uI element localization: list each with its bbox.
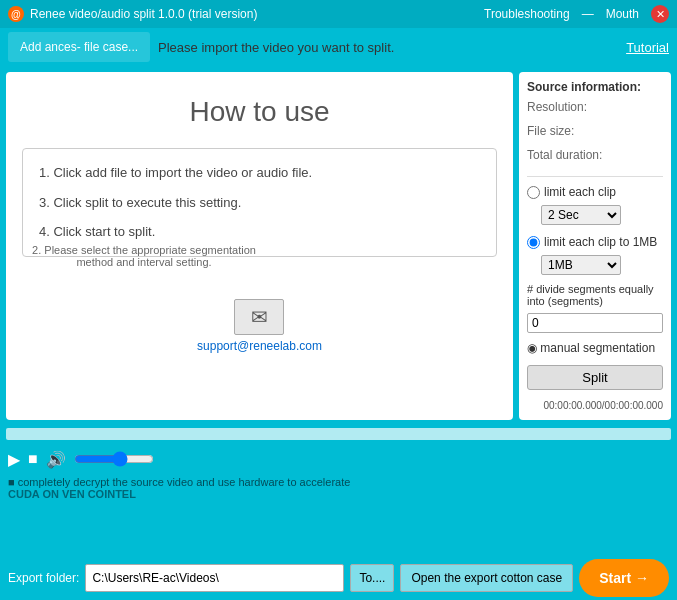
controls-area: ▶ ■ 🔊 (0, 444, 677, 474)
right-panel: Source information: Resolution: File siz… (519, 72, 671, 420)
main-area: How to use 1. Click add file to import t… (0, 66, 677, 426)
import-message: Please import the video you want to spli… (158, 40, 394, 55)
limit-to-1mb-radio[interactable] (527, 236, 540, 249)
title-bar: @ Renee video/audio split 1.0.0 (trial v… (0, 0, 677, 28)
instructions-box: 1. Click add file to import the video or… (22, 148, 497, 257)
source-info-title: Source information: (527, 80, 663, 94)
support-section: ✉ support@reneelab.com (197, 299, 322, 353)
manual-segmentation-row: ◉ manual segmentation (527, 341, 663, 355)
play-button[interactable]: ▶ (8, 450, 20, 469)
mouth-link[interactable]: Mouth (606, 7, 639, 21)
segment-count-input[interactable] (527, 313, 663, 333)
support-icon: ✉ (234, 299, 284, 335)
export-folder-label: Export folder: (8, 571, 79, 585)
volume-button[interactable]: 🔊 (46, 450, 66, 469)
tutorial-link[interactable]: Tutorial (626, 40, 669, 55)
limit-each-clip-dropdown-row: 2 Sec (541, 205, 663, 225)
title-bar-left: @ Renee video/audio split 1.0.0 (trial v… (8, 6, 257, 22)
limit-to-1mb-row: limit each clip to 1MB (527, 235, 663, 249)
step-2: 2. Please select the appropriate segment… (14, 244, 274, 268)
limit-each-clip-label: limit each clip (544, 185, 616, 199)
manual-segmentation-label: ◉ manual segmentation (527, 341, 655, 355)
support-email[interactable]: support@reneelab.com (197, 339, 322, 353)
troubleshooting-link[interactable]: Troubleshooting (484, 7, 570, 21)
limit-to-1mb-dropdown-row: 1MB (541, 255, 663, 275)
info-bar: ■ completely decrypt the source video an… (0, 474, 677, 502)
how-to-use-title: How to use (189, 96, 329, 128)
close-button[interactable]: ✕ (651, 5, 669, 23)
app-title: Renee video/audio split 1.0.0 (trial ver… (30, 7, 257, 21)
export-bar: Export folder: To.... Open the export co… (0, 556, 677, 600)
title-separator: — (582, 7, 594, 21)
info-bar-line2: CUDA ON VEN COINTEL (8, 488, 669, 500)
resolution-label: Resolution: (527, 100, 663, 114)
limit-to-1mb-label: limit each clip to 1MB (544, 235, 657, 249)
progress-bar[interactable] (6, 428, 671, 440)
toolbar: Add ances- file case... Please import th… (0, 28, 677, 66)
total-duration-label: Total duration: (527, 148, 663, 162)
step-4: 4. Click start to split. (39, 222, 480, 242)
divider-1 (527, 176, 663, 177)
info-bar-line1: ■ completely decrypt the source video an… (8, 476, 669, 488)
start-button[interactable]: Start → (579, 559, 669, 597)
limit-each-clip-select[interactable]: 2 Sec (541, 205, 621, 225)
limit-each-clip-row: limit each clip (527, 185, 663, 199)
limit-to-1mb-select[interactable]: 1MB (541, 255, 621, 275)
step-3: 3. Click split to execute this setting. (39, 193, 480, 213)
left-panel: How to use 1. Click add file to import t… (6, 72, 513, 420)
app-icon: @ (8, 6, 24, 22)
export-path-input[interactable] (85, 564, 344, 592)
step-1: 1. Click add file to import the video or… (39, 163, 480, 183)
divide-segments-label: # divide segments equally into (segments… (527, 283, 663, 307)
to-button[interactable]: To.... (350, 564, 394, 592)
add-file-button[interactable]: Add ances- file case... (8, 32, 150, 62)
timeline-area (0, 426, 677, 444)
limit-each-clip-radio[interactable] (527, 186, 540, 199)
open-export-button[interactable]: Open the export cotton case (400, 564, 573, 592)
stop-button[interactable]: ■ (28, 450, 38, 468)
volume-slider[interactable] (74, 451, 154, 467)
file-size-label: File size: (527, 124, 663, 138)
time-display: 00:00:00.000/00:00:00.000 (527, 400, 663, 411)
title-bar-right: Troubleshooting — Mouth ✕ (484, 5, 669, 23)
split-button[interactable]: Split (527, 365, 663, 390)
